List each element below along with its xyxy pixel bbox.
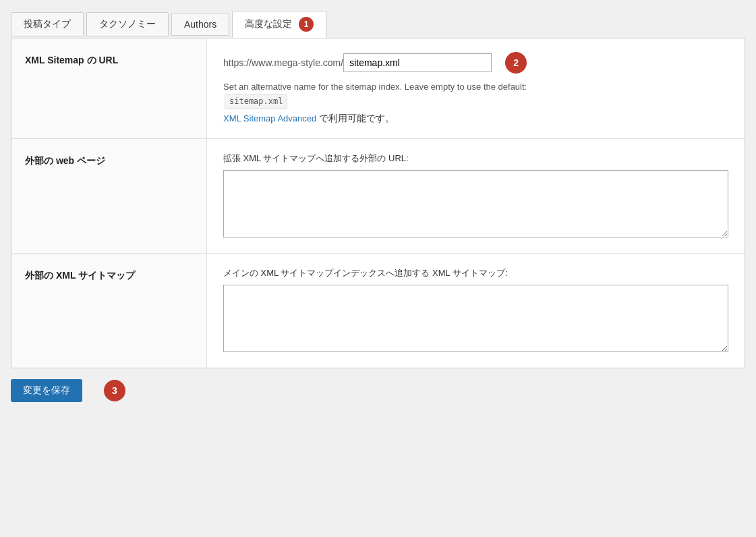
xml-sitemap-url-row: XML Sitemap の URL https://www.mega-style… [11, 38, 745, 139]
tab-taxonomy-label: タクソノミー [99, 18, 156, 29]
tab-post-type[interactable]: 投稿タイプ [11, 12, 84, 36]
tab-taxonomy[interactable]: タクソノミー [86, 12, 169, 36]
external-web-row: 外部の web ページ 拡張 XML サイトマップへ追加する外部の URL: [11, 139, 745, 254]
xml-sitemap-advanced-link[interactable]: XML Sitemap Advanced [223, 113, 316, 123]
external-web-label: 外部の web ページ [11, 139, 207, 253]
url-link-line: XML Sitemap Advanced で利用可能です。 [223, 113, 728, 125]
tab-authors[interactable]: Authors [171, 13, 229, 36]
xml-sitemap-url-label: XML Sitemap の URL [11, 38, 207, 138]
url-input[interactable] [343, 53, 492, 72]
url-static-prefix: https://www.mega-style.com/ [223, 53, 343, 72]
external-xml-row: 外部の XML サイトマップ メインの XML サイトマップインデックスへ追加す… [11, 254, 745, 368]
external-xml-field-label: メインの XML サイトマップインデックスへ追加する XML サイトマップ: [223, 267, 728, 279]
url-hint: Set an alternative name for the sitemap … [223, 80, 728, 109]
page-wrapper: 投稿タイプ タクソノミー Authors 高度な設定 1 XML Sitemap… [0, 0, 756, 413]
external-xml-label: 外部の XML サイトマップ [11, 254, 207, 368]
url-input-wrapper: https://www.mega-style.com/ 2 [223, 52, 728, 74]
tab-advanced-badge: 1 [299, 17, 314, 32]
external-xml-content: メインの XML サイトマップインデックスへ追加する XML サイトマップ: [207, 254, 745, 368]
external-web-content: 拡張 XML サイトマップへ追加する外部の URL: [207, 139, 745, 253]
save-area: 変更を保存 3 [11, 368, 745, 402]
tab-advanced[interactable]: 高度な設定 1 [232, 11, 326, 38]
tab-advanced-label: 高度な設定 [245, 18, 292, 29]
tab-authors-label: Authors [184, 19, 216, 30]
tab-post-type-label: 投稿タイプ [24, 18, 71, 29]
external-web-textarea[interactable] [223, 170, 728, 237]
external-web-field-label: 拡張 XML サイトマップへ追加する外部の URL: [223, 152, 728, 165]
save-badge: 3 [104, 380, 125, 401]
xml-sitemap-url-content: https://www.mega-style.com/ 2 Set an alt… [207, 38, 745, 138]
url-badge: 2 [505, 52, 527, 74]
tab-bar: 投稿タイプ タクソノミー Authors 高度な設定 1 [11, 11, 745, 38]
external-xml-textarea[interactable] [223, 285, 728, 352]
content-area: XML Sitemap の URL https://www.mega-style… [11, 38, 745, 368]
url-default-code: sitemap.xml [225, 94, 287, 109]
save-button[interactable]: 変更を保存 [11, 379, 82, 402]
